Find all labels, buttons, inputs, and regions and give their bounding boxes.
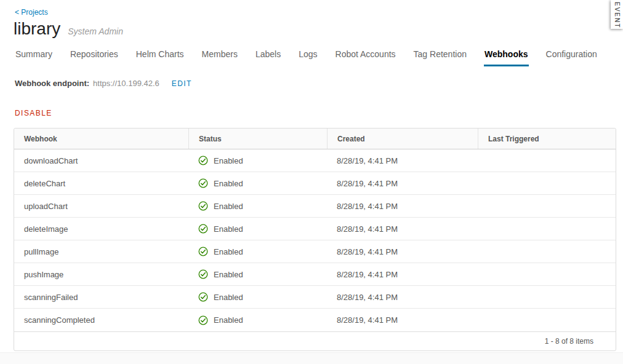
status-label: Enabled xyxy=(214,224,243,234)
table-row[interactable]: pushImageEnabled8/28/19, 4:41 PM xyxy=(14,263,616,286)
status-cell: Enabled xyxy=(188,315,327,325)
tab-summary[interactable]: Summary xyxy=(15,47,53,66)
table-header-row: WebhookStatusCreatedLast Triggered xyxy=(14,129,616,149)
created-cell: 8/28/19, 4:41 PM xyxy=(327,179,478,188)
pagination-summary: 1 - 8 of 8 items xyxy=(545,337,593,346)
page-title: library xyxy=(14,19,60,39)
table-row[interactable]: scanningFailedEnabled8/28/19, 4:41 PM xyxy=(14,286,616,309)
status-cell: Enabled xyxy=(188,292,327,302)
tab-labels[interactable]: Labels xyxy=(255,47,281,66)
webhook-name: scanningCompleted xyxy=(14,315,188,325)
disable-button[interactable]: DISABLE xyxy=(15,109,52,117)
webhook-name: deleteImage xyxy=(14,224,188,234)
webhooks-table: WebhookStatusCreatedLast Triggered downl… xyxy=(14,128,616,351)
check-circle-icon xyxy=(198,315,208,325)
title-row: library System Admin xyxy=(14,19,623,39)
table-footer: 1 - 8 of 8 items xyxy=(14,331,616,350)
status-label: Enabled xyxy=(214,179,243,188)
check-circle-icon xyxy=(198,292,208,302)
tab-tag-retention[interactable]: Tag Retention xyxy=(413,47,467,66)
tab-members[interactable]: Members xyxy=(201,47,238,66)
status-cell: Enabled xyxy=(188,156,327,165)
page-subtitle: System Admin xyxy=(68,26,123,36)
table-row[interactable]: uploadChartEnabled8/28/19, 4:41 PM xyxy=(14,195,616,218)
status-label: Enabled xyxy=(214,270,243,279)
status-label: Enabled xyxy=(214,156,243,165)
column-header-webhook: Webhook xyxy=(14,129,188,149)
check-circle-icon xyxy=(198,201,208,211)
table-row[interactable]: pullImageEnabled8/28/19, 4:41 PM xyxy=(14,240,616,263)
status-cell: Enabled xyxy=(188,201,327,211)
webhook-endpoint-value: https://10.199.42.6 xyxy=(93,79,159,88)
webhook-name: uploadChart xyxy=(14,202,188,211)
webhook-name: pushImage xyxy=(14,270,188,279)
table-row[interactable]: deleteChartEnabled8/28/19, 4:41 PM xyxy=(14,172,616,195)
tab-repositories[interactable]: Repositories xyxy=(70,47,119,66)
created-cell: 8/28/19, 4:41 PM xyxy=(327,224,478,234)
edit-button[interactable]: EDIT xyxy=(172,79,192,88)
breadcrumb[interactable]: < Projects xyxy=(0,0,48,17)
created-cell: 8/28/19, 4:41 PM xyxy=(327,202,478,211)
status-label: Enabled xyxy=(214,293,243,302)
status-label: Enabled xyxy=(214,247,243,256)
check-circle-icon xyxy=(198,247,208,256)
event-log-tab[interactable]: EVENT xyxy=(611,0,623,29)
check-circle-icon xyxy=(198,178,208,188)
created-cell: 8/28/19, 4:41 PM xyxy=(327,156,478,165)
table-row[interactable]: downloadChartEnabled8/28/19, 4:41 PM xyxy=(14,149,616,172)
column-header-status: Status xyxy=(188,129,327,149)
check-circle-icon xyxy=(198,269,208,279)
status-cell: Enabled xyxy=(188,178,327,188)
check-circle-icon xyxy=(198,224,208,234)
status-cell: Enabled xyxy=(188,269,327,279)
column-header-created: Created xyxy=(327,129,478,149)
status-cell: Enabled xyxy=(188,224,327,234)
webhook-name: downloadChart xyxy=(14,156,188,165)
tab-webhooks[interactable]: Webhooks xyxy=(484,47,529,66)
tab-bar: SummaryRepositoriesHelm ChartsMembersLab… xyxy=(15,47,623,66)
column-header-last-triggered: Last Triggered xyxy=(478,129,616,149)
check-circle-icon xyxy=(198,156,208,165)
webhook-name: scanningFailed xyxy=(14,293,188,302)
created-cell: 8/28/19, 4:41 PM xyxy=(327,270,478,279)
event-log-label: EVENT xyxy=(614,2,621,29)
webhook-name: deleteChart xyxy=(14,179,188,188)
table-row[interactable]: scanningCompletedEnabled8/28/19, 4:41 PM xyxy=(14,309,616,331)
table-row[interactable]: deleteImageEnabled8/28/19, 4:41 PM xyxy=(14,218,616,240)
tab-configuration[interactable]: Configuration xyxy=(545,47,598,66)
page-bottom-strip xyxy=(0,352,623,364)
status-label: Enabled xyxy=(214,315,243,325)
webhook-name: pullImage xyxy=(14,247,188,256)
created-cell: 8/28/19, 4:41 PM xyxy=(327,315,478,325)
created-cell: 8/28/19, 4:41 PM xyxy=(327,247,478,256)
created-cell: 8/28/19, 4:41 PM xyxy=(327,293,478,302)
tab-helm-charts[interactable]: Helm Charts xyxy=(135,47,185,66)
status-label: Enabled xyxy=(214,202,243,211)
status-cell: Enabled xyxy=(188,247,327,256)
tab-robot-accounts[interactable]: Robot Accounts xyxy=(335,47,396,66)
webhook-endpoint-label: Webhook endpoint: xyxy=(15,79,89,88)
tab-logs[interactable]: Logs xyxy=(298,47,318,66)
table-body: downloadChartEnabled8/28/19, 4:41 PMdele… xyxy=(14,149,616,331)
endpoint-row: Webhook endpoint: https://10.199.42.6 ED… xyxy=(15,79,623,88)
